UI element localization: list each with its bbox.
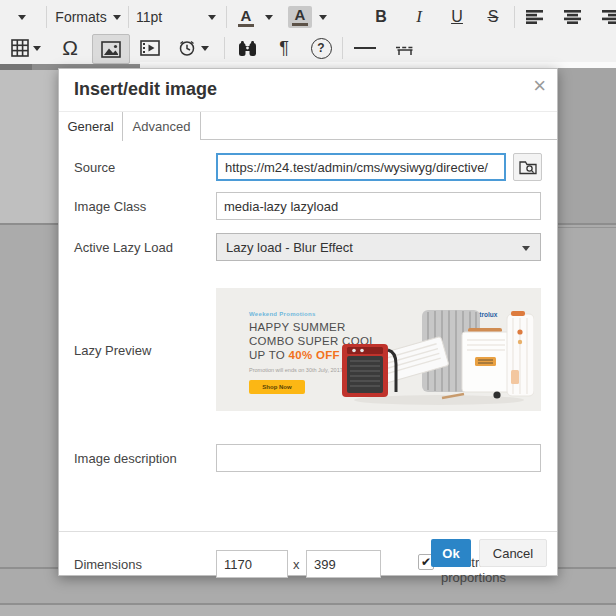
background-color-dropdown[interactable] — [314, 3, 332, 31]
image-description-label: Image description — [74, 451, 177, 466]
checkmark-icon: ✔ — [421, 555, 431, 569]
horizontal-rule-icon — [354, 47, 376, 49]
shop-now-button: Shop Now — [249, 380, 305, 394]
chevron-down-icon — [18, 15, 26, 20]
source-input[interactable] — [216, 153, 506, 181]
backdrop-right-panel — [558, 68, 616, 223]
toolbar-separator — [342, 37, 343, 59]
chevron-down-icon — [208, 15, 216, 20]
align-left-icon — [526, 10, 544, 24]
insert-datetime-dropdown[interactable] — [170, 34, 216, 62]
folder-search-icon — [519, 160, 537, 175]
text-color-button[interactable]: A — [232, 3, 260, 31]
active-lazy-load-select[interactable]: Lazy load - Blur Effect — [216, 233, 541, 261]
table-dropdown-button[interactable] — [4, 34, 48, 62]
toolbar-row-2: Ω ¶ ? — [0, 33, 616, 63]
text-color-label: A — [241, 8, 252, 23]
background-color-swatch — [292, 23, 308, 26]
special-character-button[interactable]: Ω — [54, 34, 86, 62]
backdrop-table-line — [558, 227, 616, 228]
formats-dropdown[interactable]: Formats — [50, 3, 126, 31]
banner-discount: 40% OFF — [289, 349, 340, 361]
toolbar-separator — [224, 37, 225, 59]
page-break-icon — [395, 40, 415, 56]
align-center-button[interactable] — [558, 3, 588, 31]
backdrop-table-line — [558, 567, 616, 569]
dialog-title: Insert/edit image — [74, 79, 217, 100]
clock-icon — [178, 39, 196, 57]
footer-divider — [59, 531, 557, 532]
italic-button[interactable]: I — [404, 3, 434, 31]
underline-button[interactable]: U — [442, 3, 472, 31]
oil-radiator — [507, 311, 534, 396]
help-button[interactable]: ? — [304, 34, 338, 62]
background-color-label: A — [295, 7, 306, 22]
chevron-down-icon — [265, 15, 273, 20]
find-replace-icon — [238, 40, 257, 57]
toolbar-row-1: Formats 11pt A A B I U S — [0, 2, 616, 32]
ok-button[interactable]: Ok — [431, 539, 471, 567]
bold-button[interactable]: B — [366, 3, 396, 31]
kettlebell-prop — [493, 391, 500, 398]
browse-button[interactable] — [513, 153, 542, 181]
close-icon[interactable]: × — [533, 75, 546, 97]
tab-advanced[interactable]: Advanced — [123, 112, 201, 140]
cancel-button[interactable]: Cancel — [479, 539, 547, 567]
standing-convector — [462, 328, 510, 392]
chevron-down-icon — [522, 246, 530, 251]
fan-heater — [342, 344, 396, 397]
toolbar-separator — [46, 6, 47, 28]
page-break-button[interactable] — [388, 34, 422, 62]
lazy-preview-label: Lazy Preview — [74, 343, 151, 358]
align-right-icon — [602, 10, 616, 24]
text-color-swatch — [238, 24, 254, 27]
dialog-tabbar: General Advanced — [59, 111, 557, 140]
image-class-label: Image Class — [74, 199, 146, 214]
align-center-icon — [564, 10, 582, 24]
dimensions-label: Dimensions — [74, 557, 142, 572]
active-lazy-load-value: Lazy load - Blur Effect — [226, 240, 353, 255]
font-size-value: 11pt — [136, 9, 162, 25]
banner-eyebrow: Weekend Promotions — [249, 311, 316, 317]
table-icon — [11, 39, 29, 57]
font-size-dropdown[interactable]: 11pt — [132, 3, 224, 31]
editor-toolbar: Formats 11pt A A B I U S — [0, 0, 616, 64]
chevron-down-icon — [319, 15, 327, 20]
heater-products-illustration — [334, 302, 534, 407]
chevron-down-icon — [33, 46, 41, 51]
insert-media-button[interactable] — [134, 34, 166, 62]
toolbar-separator — [226, 6, 227, 28]
find-replace-button[interactable] — [230, 34, 264, 62]
align-right-button[interactable] — [596, 3, 616, 31]
horizontal-rule-button[interactable] — [348, 34, 382, 62]
dimensions-height-input[interactable] — [306, 550, 381, 578]
media-icon — [140, 40, 160, 56]
chevron-down-icon — [113, 15, 121, 20]
lazy-preview-banner: Weekend Promotions HAPPY SUMMER COMBO SU… — [216, 288, 541, 411]
toolbar-separator — [514, 6, 515, 28]
formats-label: Formats — [55, 9, 106, 25]
insert-edit-image-dialog: Insert/edit image × General Advanced Sou… — [58, 68, 558, 576]
paragraph-button[interactable]: ¶ — [268, 34, 300, 62]
backdrop-left-panel — [0, 70, 58, 223]
background-color-button[interactable]: A — [286, 3, 314, 31]
align-left-button[interactable] — [520, 3, 550, 31]
chevron-down-icon — [201, 46, 209, 51]
insert-image-button[interactable] — [92, 34, 130, 64]
help-icon: ? — [311, 38, 332, 59]
strikethrough-button[interactable]: S — [478, 3, 508, 31]
dimensions-separator: x — [293, 557, 300, 572]
toolbar-separator — [128, 6, 129, 28]
tab-general[interactable]: General — [59, 112, 123, 141]
source-label: Source — [74, 160, 115, 175]
text-color-dropdown[interactable] — [260, 3, 278, 31]
image-description-input[interactable] — [216, 444, 541, 472]
active-lazy-load-label: Active Lazy Load — [74, 240, 173, 255]
truncated-dropdown-button[interactable] — [4, 3, 40, 31]
image-icon — [101, 41, 121, 58]
backdrop-bottom-band — [0, 605, 616, 616]
dimensions-width-input[interactable] — [216, 550, 288, 578]
backdrop-table-line — [0, 567, 58, 569]
image-class-input[interactable] — [216, 192, 541, 220]
